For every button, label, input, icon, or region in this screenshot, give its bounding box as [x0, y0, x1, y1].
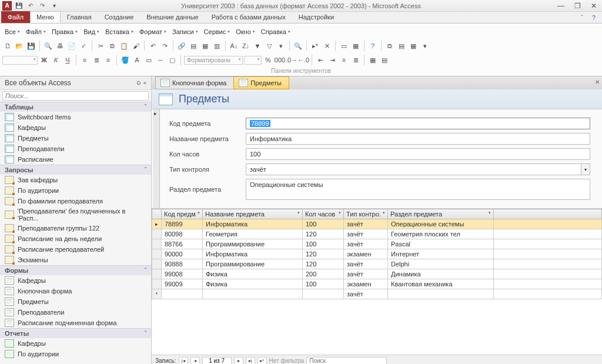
save-icon[interactable]: 💾 — [14, 1, 24, 11]
nav-item[interactable]: Экзамены — [0, 255, 151, 265]
field-input[interactable]: 100 — [246, 148, 590, 160]
nav-item[interactable]: Расписание — [0, 154, 151, 165]
filter-icon[interactable]: ▼ — [252, 41, 263, 51]
nav-item[interactable]: Зав кафедры — [0, 175, 151, 185]
menu-Вставка[interactable]: Вставка — [103, 27, 136, 36]
col-header[interactable]: Название предмета — [203, 209, 303, 219]
inc-decimal-icon[interactable]: .0→ — [286, 55, 297, 65]
search-icon[interactable]: 🔍 — [43, 41, 53, 51]
nav-item[interactable]: Кафедры — [0, 122, 151, 133]
nav-item[interactable]: Расписание на день недели — [0, 233, 151, 244]
font-size-drop[interactable] — [244, 56, 262, 65]
doc-close-button[interactable]: ✕ — [595, 79, 600, 85]
menu-Окно[interactable]: Окно — [233, 27, 257, 36]
recnav-prev[interactable]: ◂ — [190, 357, 200, 365]
line-color-icon[interactable]: ▭ — [143, 55, 154, 65]
table-row[interactable]: 99009Физика100экзаменКвантовая механика — [152, 279, 602, 289]
menu-Все[interactable]: Все — [2, 27, 22, 36]
recnav-filter[interactable]: Нет фильтра — [269, 358, 305, 364]
nav-item[interactable]: Switchboard Items — [0, 112, 151, 122]
nav-collapse-icon[interactable]: « — [143, 80, 146, 86]
align-left-icon[interactable]: ≡ — [79, 55, 90, 65]
tab-file[interactable]: Файл — [1, 11, 30, 23]
redo-icon[interactable]: ↷ — [159, 41, 170, 51]
nav-item[interactable]: По аудитории — [0, 185, 151, 196]
field-input[interactable]: Операционные системы — [246, 179, 590, 200]
datasheet[interactable]: Код предмНазвание предметаКол часовТип к… — [152, 209, 602, 355]
nav-item[interactable]: Кафедры — [0, 275, 151, 286]
doc-tab-Предметы[interactable]: Предметы — [233, 76, 289, 89]
sort-desc-icon[interactable]: Z↓ — [240, 41, 251, 51]
recnav-last[interactable]: ▸| — [246, 357, 255, 365]
ribbon-min-icon[interactable]: ˇ — [577, 13, 587, 22]
indent-dec-icon[interactable]: ⇤ — [315, 55, 326, 65]
undo-icon[interactable]: ↶ — [26, 1, 35, 11]
format-painter-icon[interactable]: 🖌 — [131, 41, 141, 51]
sort-asc-icon[interactable]: A↓ — [229, 41, 239, 51]
qat-dropdown-icon[interactable]: ▾ — [49, 1, 59, 11]
nav-item[interactable]: По аудитории — [0, 349, 151, 359]
cut-icon[interactable]: ✂ — [95, 41, 106, 51]
help-icon[interactable]: ? — [367, 41, 378, 51]
table-row[interactable]: 80098Геометрия120зачётГеометрия плоских … — [152, 229, 602, 239]
font-color-icon[interactable]: A — [132, 55, 142, 65]
table-row[interactable]: 90888Программирование120зачётDelphi — [152, 259, 602, 269]
recnav-first[interactable]: |◂ — [179, 357, 188, 365]
alt-fill-icon[interactable]: ▤ — [379, 55, 390, 65]
nav-group-Таблицы[interactable]: Таблицыˇ — [0, 102, 151, 112]
nav-item[interactable]: Расписание преподавателей — [0, 244, 151, 255]
chevron-down-icon[interactable]: ▾ — [581, 163, 590, 175]
gridlines-icon[interactable]: ▦ — [367, 55, 378, 65]
help-icon[interactable]: ? — [589, 13, 598, 22]
nav-item[interactable]: Предметы — [0, 296, 151, 307]
table-row[interactable]: ▸78899Информатика100зачётОперационные си… — [152, 219, 602, 229]
code-icon[interactable]: ▦ — [408, 41, 419, 51]
redo-icon[interactable]: ↷ — [38, 1, 47, 11]
menu-Сервис[interactable]: Сервис — [202, 27, 233, 36]
menu-Справка[interactable]: Справка — [259, 27, 293, 36]
undo-icon[interactable]: ↶ — [148, 41, 158, 51]
new-record-icon[interactable]: ▸* — [310, 41, 320, 51]
delete-record-icon[interactable]: ✕ — [322, 41, 332, 51]
col-header[interactable]: Кол часов — [303, 209, 344, 219]
recnav-search[interactable] — [306, 357, 387, 364]
col-header[interactable]: Тип контро. — [344, 209, 388, 219]
find-icon[interactable]: 🔍 — [293, 41, 303, 51]
nav-item[interactable]: Кафедры — [0, 338, 151, 349]
tab-Надстройки[interactable]: Надстройки — [292, 11, 340, 23]
menu-Файл[interactable]: Файл — [24, 27, 48, 36]
nav-item[interactable]: Расписание подчиненная форма — [0, 318, 151, 328]
tab-Внешние данные[interactable]: Внешние данные — [140, 11, 205, 23]
line-width-icon[interactable]: ─ — [155, 55, 166, 65]
nav-item[interactable]: Предметы — [0, 133, 151, 143]
new-obj-icon[interactable]: ▦ — [350, 41, 361, 51]
dec-decimal-icon[interactable]: ←.0 — [298, 55, 309, 65]
tab-Работа с базами данных[interactable]: Работа с базами данных — [205, 11, 292, 23]
open-icon[interactable]: 📂 — [14, 41, 25, 51]
nav-item[interactable]: По фамилии преподавателя — [0, 196, 151, 206]
recnav-next[interactable]: ▸ — [234, 357, 243, 365]
nav-item[interactable]: Преподаватели — [0, 307, 151, 318]
preview-icon[interactable]: 📄 — [66, 41, 77, 51]
nav-item[interactable]: Преподаватели группы 122 — [0, 223, 151, 233]
spell-icon[interactable]: ✓ — [78, 41, 89, 51]
numbering-icon[interactable]: ≣ — [350, 55, 361, 65]
nav-group-Отчеты[interactable]: Отчетыˇ — [0, 328, 151, 338]
db-window-icon[interactable]: ▭ — [339, 41, 349, 51]
doc-tab-Кнопочная форма[interactable]: Кнопочная форма — [155, 76, 234, 89]
menu-Правка[interactable]: Правка — [49, 27, 80, 36]
nav-search-input[interactable] — [2, 91, 149, 101]
hyperlink-icon[interactable]: 🔗 — [176, 41, 187, 51]
filter-selection-icon[interactable]: ▽ — [264, 41, 275, 51]
print-icon[interactable]: 🖶 — [55, 41, 65, 51]
properties-icon[interactable]: ▤ — [396, 41, 407, 51]
italic-icon[interactable]: К — [51, 55, 61, 65]
paste-icon[interactable]: 📋 — [119, 41, 129, 51]
more-icon[interactable]: ▾ — [420, 41, 430, 51]
tab-Создание[interactable]: Создание — [98, 11, 141, 23]
save-icon[interactable]: 💾 — [26, 41, 36, 51]
tab-Главная[interactable]: Главная — [61, 11, 98, 23]
new-icon[interactable]: 🗋 — [2, 41, 13, 51]
tab-Меню[interactable]: Меню — [30, 11, 61, 23]
field-input[interactable]: Информатика — [246, 133, 590, 145]
